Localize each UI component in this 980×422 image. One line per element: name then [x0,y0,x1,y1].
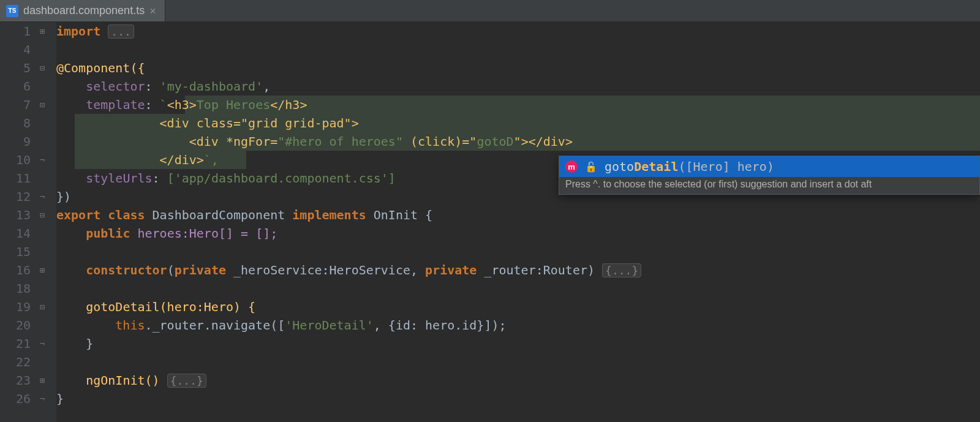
token-brace: } [56,391,64,406]
line-number: 6 [0,77,31,96]
fold-end-icon[interactable] [38,394,47,403]
token-string: ` [160,97,167,112]
token-keyword: constructor [86,263,167,277]
line-number: 11 [0,169,31,187]
autocomplete-item[interactable]: m 🔓 gotoDetail([Hero] hero) [559,156,979,177]
code-line-14[interactable]: public heroes:Hero[] = []; [56,224,980,243]
code-line-18[interactable] [56,279,980,298]
line-number: 22 [0,353,31,371]
token-expression: gotoD [477,134,513,149]
token-member: ._router.navigate([ [145,318,285,333]
code-line-19[interactable]: gotoDetail(hero:Hero) { [56,298,980,316]
token-property: styleUrls [86,171,152,186]
token-field: heroes:Hero[] = []; [137,226,277,241]
token-keyword: class [108,208,152,222]
line-number: 18 [0,279,31,298]
token-classname: DashboardComponent [153,208,293,222]
token-string: 'HeroDetail' [285,318,374,333]
code-editor[interactable]: 1 4 5 6 7 8 9 10 11 12 13 14 15 16 18 19… [0,22,980,422]
autocomplete-popup: m 🔓 gotoDetail([Hero] hero) Press ^. to … [559,156,980,195]
fold-placeholder[interactable]: {...} [167,374,206,388]
token-brace: } [86,336,93,351]
code-line-9[interactable]: <div *ngFor="#hero of heroes" (click)="g… [56,132,980,151]
token-keyword: private [175,263,233,277]
line-number: 5 [0,59,31,77]
fold-placeholder[interactable]: ... [108,24,134,39]
line-number: 7 [0,96,31,114]
line-number: 14 [0,224,31,243]
autocomplete-hint: Press ^. to choose the selected (or firs… [559,177,979,194]
token-html-tag: <div class="grid grid-pad"> [160,116,359,130]
code-line-16[interactable]: constructor(private _heroService:HeroSer… [56,261,980,279]
fold-end-icon[interactable] [38,156,47,164]
token-text: Top Heroes [197,97,270,112]
token-html-tag: <h3> [167,97,197,112]
token-html-tag: "> [514,134,529,149]
fold-expand-icon[interactable] [38,376,47,385]
code-line-20[interactable]: this._router.navigate(['HeroDetail', {id… [56,316,980,334]
fold-collapse-icon[interactable] [38,64,47,72]
tab-filename: dashboard.component.ts [23,4,145,17]
code-line-5[interactable]: @Component({ [56,59,980,77]
fold-collapse-icon[interactable] [38,303,47,311]
line-number: 26 [0,390,31,408]
token-decorator: @Component({ [56,61,145,75]
line-number: 15 [0,243,31,261]
line-number: 8 [0,114,31,132]
code-line-21[interactable]: } [56,334,980,353]
token-html-tag: </div> [160,153,204,167]
token-method: ngOnInit() [86,373,167,388]
code-area[interactable]: import ... @Component({ selector: 'my-da… [56,22,980,422]
token-html-tag: <div *ngFor= [189,134,278,149]
token-html-attr: (click)=" [403,134,477,149]
code-line-15[interactable] [56,243,980,261]
close-icon[interactable]: × [149,6,156,17]
token-param: _heroService:HeroService, [233,263,425,277]
token-paren: ( [167,263,175,277]
token-string: `, [204,153,219,167]
token-keyword: this [115,318,145,333]
token-property: selector [86,79,145,94]
line-number: 13 [0,206,31,224]
line-number: 23 [0,371,31,390]
line-number: 12 [0,187,31,206]
method-badge-icon: m [565,160,578,173]
typescript-file-icon: TS [6,5,18,17]
line-number: 20 [0,316,31,334]
token-string: 'my-dashboard' [160,79,263,94]
token-html-tag: </h3> [270,97,307,112]
fold-expand-icon[interactable] [38,266,47,274]
line-number: 4 [0,40,31,59]
token-brace: }) [56,189,71,204]
token-string: "#hero of heroes" [277,134,403,149]
gutter-fold-column: ↑ [34,22,56,422]
gutter-line-numbers: 1 4 5 6 7 8 9 10 11 12 13 14 15 16 18 19… [0,22,34,422]
visibility-open-icon: 🔓 [585,161,597,173]
token-keyword: implements [292,208,373,222]
editor-tabbar: TS dashboard.component.ts × [0,0,980,22]
fold-end-icon[interactable] [38,339,47,348]
line-number: 10 [0,151,31,169]
token-keyword: import [56,24,108,39]
code-line-22[interactable] [56,353,980,371]
fold-collapse-icon[interactable] [38,211,47,219]
code-line-1[interactable]: import ... [56,22,980,40]
code-line-26[interactable]: } [56,390,980,408]
token-args: , {id: hero.id}]); [374,318,507,333]
code-line-8[interactable]: <div class="grid grid-pad"> [56,114,980,132]
line-number: 19 [0,298,31,316]
fold-placeholder[interactable]: {...} [602,263,641,277]
code-line-23[interactable]: ngOnInit() {...} [56,371,980,390]
line-number: 1 [0,22,31,40]
code-line-4[interactable] [56,40,980,59]
token-html-tag: </div> [529,134,573,149]
code-line-7[interactable]: template: `<h3>Top Heroes</h3> [56,96,980,114]
fold-collapse-icon[interactable] [38,100,47,109]
fold-expand-icon[interactable] [38,27,47,36]
fold-end-icon[interactable] [38,192,47,201]
editor-tab[interactable]: TS dashboard.component.ts × [0,0,165,21]
code-line-6[interactable]: selector: 'my-dashboard', [56,77,980,96]
line-number: 9 [0,132,31,151]
code-line-13[interactable]: export class DashboardComponent implemen… [56,206,980,224]
line-number: 16 [0,261,31,279]
